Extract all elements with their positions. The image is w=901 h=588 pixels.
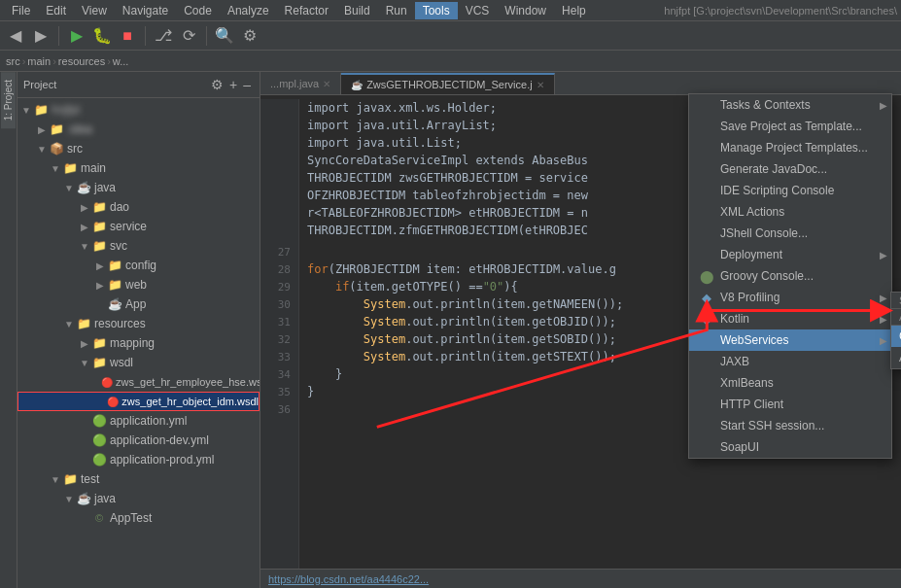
menu-navigate[interactable]: Navigate bbox=[115, 2, 176, 19]
side-tab-project[interactable]: 1: Project bbox=[1, 72, 16, 128]
v8profiling-arrow: ▶ bbox=[880, 293, 887, 303]
menu-item-generate-javadoc[interactable]: Generate JavaDoc... bbox=[689, 158, 891, 180]
tree-item-employee-wsdl[interactable]: ▶ 🔴 zws_get_hr_employee_hse.wsdl bbox=[17, 372, 260, 392]
breadcrumb-src[interactable]: src bbox=[6, 55, 20, 67]
menu-item-v8profiling[interactable]: ◆ V8 Profiling ▶ bbox=[689, 287, 891, 308]
menu-item-soapui[interactable]: SoapUI bbox=[689, 436, 891, 458]
tree-item-application-prod-yml[interactable]: ▶ 🟢 application-prod.yml bbox=[17, 450, 260, 469]
tree-label-src: src bbox=[67, 142, 83, 156]
tree-arrow-root: ▼ bbox=[19, 105, 33, 116]
tree-item-wsdl[interactable]: ▼ 📁 wsdl bbox=[17, 353, 260, 372]
tree-item-mapping[interactable]: ▶ 📁 mapping bbox=[17, 333, 260, 353]
menu-run[interactable]: Run bbox=[378, 2, 415, 19]
tree-item-src[interactable]: ▼ 📦 src bbox=[17, 139, 260, 158]
menu-edit[interactable]: Edit bbox=[38, 2, 74, 19]
toolbar-forward-btn[interactable]: ▶ bbox=[29, 24, 52, 48]
breadcrumb: src › main › resources › w... bbox=[0, 51, 901, 72]
tree-item-web[interactable]: ▶ 📁 web bbox=[17, 275, 260, 294]
tree-item-idea[interactable]: ▶ 📁 .idea bbox=[17, 120, 260, 139]
tree-item-application-yml[interactable]: ▶ 🟢 application.yml bbox=[17, 411, 260, 431]
menu-item-jaxb[interactable]: JAXB bbox=[689, 351, 891, 372]
tree-item-svc[interactable]: ▼ 📁 svc bbox=[17, 236, 260, 256]
toolbar-search-btn[interactable]: 🔍 bbox=[213, 24, 236, 48]
menu-tools[interactable]: Tools bbox=[415, 2, 458, 19]
menu-item-ide-scripting[interactable]: IDE Scripting Console bbox=[689, 180, 891, 201]
menu-refactor[interactable]: Refactor bbox=[277, 2, 336, 19]
menu-item-generate-javadoc-label: Generate JavaDoc... bbox=[720, 162, 827, 176]
tree-label-test: test bbox=[81, 472, 99, 486]
menu-vcs[interactable]: VCS bbox=[458, 2, 498, 19]
tree-icon-dev-yml: 🟢 bbox=[91, 432, 107, 448]
sidebar-collapse-btn[interactable]: – bbox=[240, 76, 254, 93]
tab-impl-close[interactable]: ✕ bbox=[323, 79, 330, 89]
menu-help[interactable]: Help bbox=[554, 2, 594, 19]
tree-item-application-dev-yml[interactable]: ▶ 🟢 application-dev.yml bbox=[17, 431, 260, 450]
tree-label-employee-wsdl: zws_get_hr_employee_hse.wsdl bbox=[116, 376, 260, 388]
toolbar-settings-btn[interactable]: ⚙ bbox=[238, 24, 261, 48]
menu-item-save-project[interactable]: Save Project as Template... bbox=[689, 116, 891, 137]
breadcrumb-resources[interactable]: resources bbox=[58, 55, 105, 67]
tree-icon-java: ☕ bbox=[76, 180, 91, 195]
tree-label-web: web bbox=[125, 278, 147, 292]
menu-item-xmlbeans[interactable]: XmlBeans bbox=[689, 372, 891, 394]
tree-item-java[interactable]: ▼ ☕ java bbox=[17, 178, 260, 197]
tree-icon-web: 📁 bbox=[107, 277, 122, 293]
tree-item-main[interactable]: ▼ 📁 main bbox=[17, 158, 260, 178]
tree-item-app[interactable]: ▶ ☕ App bbox=[17, 294, 260, 314]
sidebar-expand-btn[interactable]: + bbox=[226, 76, 240, 93]
tree-item-root[interactable]: ▼ 📁 hnjfpt bbox=[17, 100, 260, 120]
tab-zwsget-close[interactable]: ✕ bbox=[537, 80, 544, 90]
tree-item-objectidm-wsdl[interactable]: ▶ 🔴 zws_get_hr_object_idm.wsdl bbox=[17, 392, 260, 411]
toolbar-git-btn[interactable]: ⎇ bbox=[152, 24, 175, 48]
menu-item-deployment[interactable]: Deployment ▶ bbox=[689, 244, 891, 265]
tree-item-test[interactable]: ▼ 📁 test bbox=[17, 469, 260, 489]
tab-impl[interactable]: ...mpl.java ✕ bbox=[260, 73, 341, 94]
kotlin-arrow: ▶ bbox=[880, 314, 887, 325]
menu-item-groovy[interactable]: ⬤ Groovy Console... bbox=[689, 265, 891, 287]
tree-item-test-java[interactable]: ▼ ☕ java bbox=[17, 489, 260, 508]
menu-code[interactable]: Code bbox=[176, 2, 220, 19]
menu-item-manage-templates[interactable]: Manage Project Templates... bbox=[689, 137, 891, 158]
menu-window[interactable]: Window bbox=[497, 2, 554, 19]
menu-item-tasks[interactable]: Tasks & Contexts ▶ bbox=[689, 94, 891, 116]
menu-view[interactable]: View bbox=[74, 2, 115, 19]
toolbar-run-btn[interactable]: ▶ bbox=[65, 24, 88, 48]
tree-icon-application-yml: 🟢 bbox=[91, 413, 107, 429]
menu-build[interactable]: Build bbox=[336, 2, 378, 19]
tree-label-objectidm-wsdl: zws_get_hr_object_idm.wsdl bbox=[121, 396, 259, 407]
breadcrumb-w[interactable]: w... bbox=[113, 55, 129, 67]
menu-item-xmlbeans-label: XmlBeans bbox=[720, 376, 774, 390]
tree-icon-service: 📁 bbox=[91, 219, 107, 234]
tree-label-dev-yml: application-dev.yml bbox=[110, 433, 209, 447]
line-num-36: 36 bbox=[260, 400, 298, 418]
tab-zwsget[interactable]: ☕ ZwsGETHROBJECTIDM_Service.j ✕ bbox=[341, 73, 555, 94]
menu-item-kotlin[interactable]: ◆ Kotlin ▶ bbox=[689, 308, 891, 329]
menu-item-ssh[interactable]: Start SSH session... bbox=[689, 415, 891, 436]
tree-item-service[interactable]: ▶ 📁 service bbox=[17, 217, 260, 236]
toolbar-update-btn[interactable]: ⟳ bbox=[177, 24, 200, 48]
menu-analyze[interactable]: Analyze bbox=[220, 2, 277, 19]
tree-item-resources[interactable]: ▼ 📁 resources bbox=[17, 314, 260, 333]
menu-item-webservices[interactable]: WebServices ▶ bbox=[689, 329, 891, 351]
line-num-27: 27 bbox=[260, 243, 298, 260]
menu-item-xml-actions[interactable]: XML Actions bbox=[689, 201, 891, 223]
tree-item-config[interactable]: ▶ 📁 config bbox=[17, 256, 260, 275]
sidebar-settings-btn[interactable]: ⚙ bbox=[208, 76, 226, 93]
menu-item-jshell[interactable]: JShell Console... bbox=[689, 223, 891, 244]
line-num-28: 28 bbox=[260, 260, 298, 278]
toolbar-stop-btn[interactable]: ■ bbox=[116, 24, 139, 48]
menu-item-http-client[interactable]: HTTP Client bbox=[689, 394, 891, 415]
tree-arrow-service: ▶ bbox=[78, 222, 91, 232]
menu-item-manage-templates-label: Manage Project Templates... bbox=[720, 141, 868, 155]
status-link[interactable]: https://blog.csdn.net/aa4446c22... bbox=[268, 573, 429, 585]
toolbar-back-btn[interactable]: ◀ bbox=[4, 24, 27, 48]
menu-file[interactable]: File bbox=[4, 2, 38, 19]
tab-bar: ...mpl.java ✕ ☕ ZwsGETHROBJECTIDM_Servic… bbox=[260, 72, 901, 95]
file-tree: ▼ 📁 hnjfpt ▶ 📁 .idea ▼ 📦 src ▼ 📁 main bbox=[17, 98, 260, 588]
menu-item-soapui-label: SoapUI bbox=[720, 440, 759, 454]
tree-item-apptest[interactable]: ▶ © AppTest bbox=[17, 508, 260, 528]
menu-item-jshell-label: JShell Console... bbox=[720, 226, 808, 240]
tree-item-dao[interactable]: ▶ 📁 dao bbox=[17, 197, 260, 217]
toolbar-debug-btn[interactable]: 🐛 bbox=[90, 24, 114, 48]
breadcrumb-main[interactable]: main bbox=[27, 55, 51, 67]
